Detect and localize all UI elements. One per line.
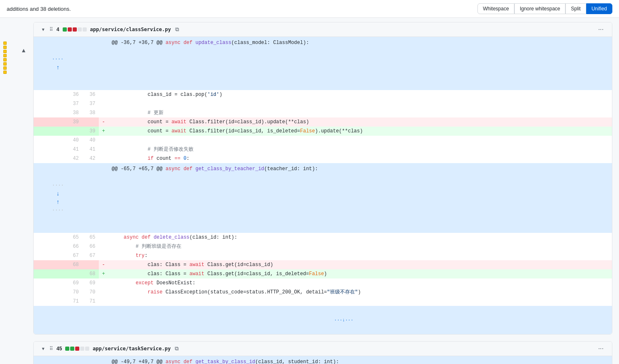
drag-icon: ⠿: [49, 27, 53, 32]
ignore-whitespace-button[interactable]: Ignore whitespace: [514, 3, 565, 14]
line-code: if count == 0:: [108, 154, 612, 163]
line-sign: [99, 288, 108, 297]
stats-text: additions and 38 deletions.: [7, 6, 71, 12]
line-sign: [99, 233, 108, 242]
file-header-classservice: ▾ ⠿ 4 app/service/classService.py ⧉ ···: [34, 22, 612, 37]
copy-icon-1[interactable]: ⧉: [175, 26, 179, 33]
diff-table-1: ···· ↑ @@ -36,7 +36,7 @@ async def updat…: [34, 37, 612, 334]
line-code: class_id = clas.pop('id'): [108, 90, 612, 99]
line-num-old: 67: [34, 251, 82, 260]
hunk-sep-text: @@ -65,7 +65,7 @@ async def get_class_by…: [108, 163, 612, 233]
line-sign: -: [99, 117, 108, 127]
copy-icon-2[interactable]: ⧉: [175, 345, 179, 352]
line-sign: [99, 242, 108, 251]
sidebar-indicator: [3, 71, 7, 74]
line-code: except DoesNotExist:: [108, 278, 612, 288]
line-sign: [99, 108, 108, 117]
dots-down-icon: ····: [52, 181, 64, 190]
line-sign: +: [99, 269, 108, 278]
more-options-button-2[interactable]: ···: [597, 345, 605, 352]
scroll-up-arrow[interactable]: ▲: [21, 47, 27, 54]
line-sign: [99, 251, 108, 260]
line-code: count = await Class.filter(id=class_id).…: [108, 117, 612, 127]
line-num-new: [82, 117, 99, 127]
diff-line-row: 41 41 # 判断是否修改失败: [34, 145, 612, 154]
line-code: clas: Class = await Class.get(id=class_i…: [108, 260, 612, 269]
diff-container: ▾ ⠿ 4 app/service/classService.py ⧉ ···: [27, 22, 619, 364]
line-num-new: 37: [82, 99, 99, 108]
expand-up-btn[interactable]: ···· ↑: [37, 55, 79, 72]
sidebar-indicator: [3, 42, 7, 45]
file-path-2: app/service/taskService.py: [93, 346, 171, 352]
dots-icon: ····: [52, 55, 64, 64]
split-button[interactable]: Split: [565, 3, 586, 14]
unified-button[interactable]: Unified: [586, 3, 612, 14]
line-code: # 判断是否修改失败: [108, 145, 612, 154]
expand-bottom-icon[interactable]: ···↓···: [334, 318, 353, 322]
line-num-old: 69: [34, 278, 82, 288]
whitespace-button[interactable]: Whitespace: [477, 3, 514, 14]
diff-line-row-deleted: 68 - clas: Class = await Class.get(id=cl…: [34, 260, 612, 269]
stats-label: additions and 38 deletions.: [7, 6, 71, 12]
hunk-header-text-2: @@ -49,7 +49,7 @@ async def get_task_by_…: [108, 356, 612, 364]
line-sign: [99, 99, 108, 108]
line-code: [108, 297, 612, 306]
hunk-header-text: @@ -36,7 +36,7 @@ async def update_class…: [108, 37, 612, 90]
hunk-sign-2: [99, 356, 108, 364]
line-num-new: 40: [82, 136, 99, 145]
line-num-new: 42: [82, 154, 99, 163]
file-stat-num-2: 45: [56, 346, 62, 352]
hunk-sep-num-right: [82, 163, 99, 233]
line-code: # 更新: [108, 108, 612, 117]
collapse-button-file1[interactable]: ▾: [40, 27, 46, 32]
line-code: try:: [108, 251, 612, 260]
stat-sq-green: [70, 347, 74, 351]
line-sign: -: [99, 260, 108, 269]
hunk-line-num-right: [82, 37, 99, 90]
stat-sq-red: [75, 347, 79, 351]
line-code: clas: Class = await Class.get(id=class_i…: [108, 269, 612, 278]
diff-line-row: 71 71: [34, 297, 612, 306]
line-num-new: 66: [82, 242, 99, 251]
diff-line-row: 65 65 async def delete_class(class_id: i…: [34, 233, 612, 242]
hunk-separator-row: ···· ↓ ↑ ···· @@ -65,7 +65,7 @@ async de…: [34, 163, 612, 233]
arrow-up-icon: ↑: [56, 198, 59, 206]
hunk-header-row: ···· ↑ @@ -36,7 +36,7 @@ async def updat…: [34, 37, 612, 90]
line-code: [108, 136, 612, 145]
stat-sq-gray: [80, 347, 84, 351]
stat-sq-green: [63, 27, 67, 32]
sidebar-indicators: [3, 42, 7, 74]
stat-sq-red: [68, 27, 72, 32]
diff-line-row: 38 38 # 更新: [34, 108, 612, 117]
file-header-taskservice: ▾ ⠿ 45 app/service/taskService.py ⧉ ···: [34, 342, 612, 356]
diff-line-row: 42 42 if count == 0:: [34, 154, 612, 163]
hunk-line-num-right-2: [82, 356, 99, 364]
line-num-old: [34, 127, 82, 136]
stat-squares-1: [63, 27, 87, 32]
line-num-new: 65: [82, 233, 99, 242]
diff-table-2: ···· ↑ @@ -49,7 +49,7 @@ async def get_t…: [34, 356, 612, 364]
line-num-old: 36: [34, 90, 82, 99]
sidebar-indicator: [3, 58, 7, 61]
hunk-sign: [99, 37, 108, 90]
line-num-new: [82, 260, 99, 269]
line-num-old: 68: [34, 260, 82, 269]
hunk-header-row-2: ···· ↑ @@ -49,7 +49,7 @@ async def get_t…: [34, 356, 612, 364]
line-num-old: 65: [34, 233, 82, 242]
file-path-1: app/service/classService.py: [90, 27, 171, 32]
hunk-sep-sign: [99, 163, 108, 233]
more-options-button-1[interactable]: ···: [597, 26, 605, 33]
line-num-old: 40: [34, 136, 82, 145]
line-sign: [99, 154, 108, 163]
line-num-old: 37: [34, 99, 82, 108]
stat-sq-red: [73, 27, 77, 32]
collapse-button-file2[interactable]: ▾: [40, 346, 46, 352]
diff-file-classservice: ▾ ⠿ 4 app/service/classService.py ⧉ ···: [33, 22, 612, 335]
line-num-old: 66: [34, 242, 82, 251]
expand-bottom-cell: ···↓···: [34, 306, 612, 334]
hunk-sep-num-left: ···· ↓ ↑ ····: [34, 163, 82, 233]
stat-sq-gray: [83, 27, 87, 32]
line-num-new: 38: [82, 108, 99, 117]
line-code: count = await Class.filter(id=class_id, …: [108, 127, 612, 136]
diff-line-row-added: 39 + count = await Class.filter(id=class…: [34, 127, 612, 136]
